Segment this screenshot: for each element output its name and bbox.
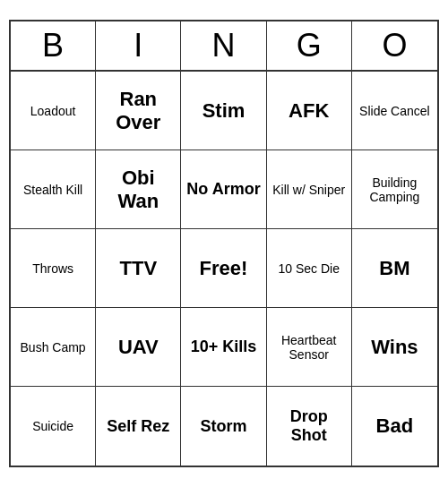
bingo-header-letter: I — [96, 21, 181, 70]
bingo-header-letter: N — [181, 21, 266, 70]
bingo-cell: No Armor — [181, 150, 266, 229]
bingo-cell: Self Rez — [96, 387, 181, 466]
bingo-cell: Slide Cancel — [352, 72, 437, 150]
bingo-cell: Stealth Kill — [11, 150, 96, 229]
bingo-cell: TTV — [96, 229, 181, 308]
bingo-header-letter: O — [352, 21, 437, 70]
bingo-header: BINGO — [11, 21, 437, 72]
bingo-cell: AFK — [267, 72, 352, 150]
bingo-cell: Kill w/ Sniper — [267, 150, 352, 229]
bingo-cell: Wins — [352, 308, 437, 387]
bingo-cell: 10+ Kills — [181, 308, 266, 387]
bingo-cell: Stim — [181, 72, 266, 150]
bingo-card: BINGO LoadoutRan OverStimAFKSlide Cancel… — [9, 20, 439, 467]
bingo-cell: Throws — [11, 229, 96, 308]
bingo-cell: UAV — [96, 308, 181, 387]
bingo-cell: Suicide — [11, 387, 96, 466]
bingo-cell: Obi Wan — [96, 150, 181, 229]
bingo-cell: 10 Sec Die — [267, 229, 352, 308]
bingo-grid: LoadoutRan OverStimAFKSlide CancelStealt… — [11, 72, 437, 466]
bingo-cell: Drop Shot — [267, 387, 352, 466]
bingo-cell: Bush Camp — [11, 308, 96, 387]
bingo-header-letter: B — [11, 21, 96, 70]
bingo-header-letter: G — [267, 21, 352, 70]
bingo-cell: Building Camping — [352, 150, 437, 229]
bingo-cell: Bad — [352, 387, 437, 466]
bingo-cell: BM — [352, 229, 437, 308]
bingo-cell: Heartbeat Sensor — [267, 308, 352, 387]
bingo-cell: Ran Over — [96, 72, 181, 150]
bingo-cell: Free! — [181, 229, 266, 308]
bingo-cell: Loadout — [11, 72, 96, 150]
bingo-cell: Storm — [181, 387, 266, 466]
